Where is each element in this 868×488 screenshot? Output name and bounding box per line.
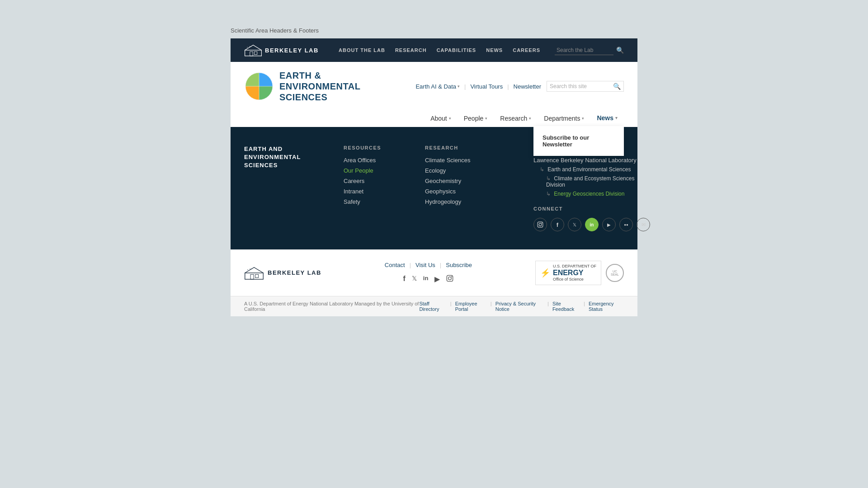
- footer-youtube-icon[interactable]: ▶: [434, 275, 440, 284]
- ees-top-row: EARTH & ENVIRONMENTAL SCIENCES Earth AI …: [244, 70, 624, 103]
- footer-center: Contact | Visit Us | Subscribe f 𝕏 in ▶: [385, 262, 472, 284]
- emergency-status-link[interactable]: Emergency Status: [589, 301, 624, 312]
- ees-nav-about[interactable]: About ▾: [424, 110, 458, 127]
- footer-hydrogeology[interactable]: Hydrogeology: [425, 198, 524, 205]
- top-header: BERKELEY LAB ABOUT THE LAB RESEARCH CAPA…: [231, 38, 637, 62]
- footer-org-connect-col: OUR ORGANIZATION Lawrence Berkeley Natio…: [533, 145, 650, 231]
- footer-social-row: f 𝕏 in ▶: [385, 275, 472, 284]
- ees-search-button[interactable]: 🔍: [613, 83, 621, 90]
- footer-ecology[interactable]: Ecology: [425, 167, 524, 174]
- instagram-icon[interactable]: [533, 218, 547, 231]
- news-dropdown: Subscribe to our Newsletter: [533, 126, 624, 156]
- footer-geochemistry[interactable]: Geochemistry: [425, 178, 524, 184]
- footer-safety[interactable]: Safety: [344, 198, 416, 205]
- connect-section: CONNECT f 𝕏 in ▶ ●● ✉: [533, 206, 650, 231]
- ees-top-links: Earth AI & Data ▾ | Virtual Tours | News…: [415, 81, 624, 92]
- footer-subscribe[interactable]: Subscribe: [446, 262, 472, 268]
- site-feedback-link[interactable]: Site Feedback: [552, 301, 580, 312]
- ees-search-input[interactable]: [550, 83, 613, 89]
- research-title: RESEARCH: [425, 145, 524, 150]
- svg-rect-1: [250, 52, 253, 56]
- footer-instagram-icon[interactable]: [446, 275, 453, 284]
- footer-geophysics[interactable]: Geophysics: [425, 188, 524, 195]
- doe-energy-text: ENERGY: [553, 269, 596, 277]
- ees-header: EARTH & ENVIRONMENTAL SCIENCES Earth AI …: [231, 62, 637, 127]
- footer-linkedin-icon[interactable]: in: [423, 275, 429, 284]
- org-indent-arrow-3: ↳: [546, 191, 551, 197]
- top-nav-careers[interactable]: CAREERS: [513, 47, 540, 53]
- bottom-bar-links: Staff Directory | Employee Portal | Priv…: [419, 301, 624, 312]
- top-nav-capabilities[interactable]: CAPABILITIES: [437, 47, 476, 53]
- top-logo-text: BERKELEY LAB: [265, 47, 319, 54]
- people-chevron: ▾: [485, 116, 487, 121]
- svg-point-11: [542, 223, 542, 224]
- facebook-icon[interactable]: f: [551, 218, 564, 231]
- svg-rect-0: [245, 50, 262, 56]
- youtube-icon[interactable]: ▶: [602, 218, 616, 231]
- top-nav-news[interactable]: NEWS: [486, 47, 503, 53]
- footer-bl-logo-text: BERKELEY LAB: [268, 269, 321, 276]
- footer-visit-us[interactable]: Visit Us: [415, 262, 435, 268]
- bottom-bar: A U.S. Department of Energy National Lab…: [231, 296, 637, 316]
- top-search: 🔍: [555, 46, 624, 55]
- svg-point-19: [451, 276, 452, 277]
- footer-divider-2: |: [440, 262, 441, 268]
- top-search-button[interactable]: 🔍: [616, 47, 624, 54]
- doe-text-line1: U.S. DEPARTMENT OF: [553, 264, 596, 269]
- flickr-icon[interactable]: ●●: [619, 218, 633, 231]
- employee-portal-link[interactable]: Employee Portal: [455, 301, 487, 312]
- ees-nav-news[interactable]: News ▾ Subscribe to our Newsletter: [590, 110, 624, 127]
- newsletter-link[interactable]: Newsletter: [514, 83, 541, 90]
- footer-area-offices[interactable]: Area Offices: [344, 157, 416, 164]
- footer-light-links: Contact | Visit Us | Subscribe: [385, 262, 472, 268]
- page-label: Scientific Area Headers & Footers: [231, 27, 637, 34]
- org-ees[interactable]: ↳ Earth and Environmental Sciences: [540, 166, 650, 173]
- footer-facebook-icon[interactable]: f: [403, 275, 405, 284]
- top-nav-research[interactable]: RESEARCH: [395, 47, 427, 53]
- privacy-notice-link[interactable]: Privacy & Security Notice: [495, 301, 544, 312]
- ees-nav-people[interactable]: People ▾: [458, 110, 494, 127]
- linkedin-icon[interactable]: in: [585, 218, 599, 231]
- top-nav: ABOUT THE LAB RESEARCH CAPABILITIES NEWS…: [339, 46, 624, 55]
- footer-our-people[interactable]: Our People: [344, 167, 416, 174]
- resources-title: RESOURCES: [344, 145, 416, 150]
- email-icon[interactable]: ✉: [637, 218, 650, 231]
- footer-light-inner: BERKELEY LAB Contact | Visit Us | Subscr…: [244, 261, 624, 285]
- svg-rect-12: [245, 273, 263, 279]
- ees-title-block: EARTH & ENVIRONMENTAL SCIENCES: [279, 70, 360, 103]
- research-chevron: ▾: [529, 116, 531, 121]
- top-search-input[interactable]: [555, 46, 613, 55]
- svg-point-10: [539, 223, 542, 226]
- ees-nav-research[interactable]: Research ▾: [494, 110, 538, 127]
- staff-directory-link[interactable]: Staff Directory: [419, 301, 446, 312]
- footer-bl-logo[interactable]: BERKELEY LAB: [244, 266, 321, 280]
- subscribe-newsletter-item[interactable]: Subscribe to our Newsletter: [533, 130, 624, 152]
- footer-climate-sciences[interactable]: Climate Sciences: [425, 157, 524, 164]
- twitter-icon[interactable]: 𝕏: [568, 218, 581, 231]
- ees-nav-departments[interactable]: Departments ▾: [538, 110, 590, 127]
- footer-twitter-icon[interactable]: 𝕏: [412, 275, 417, 284]
- doe-office-text: Office of Science: [553, 277, 596, 282]
- footer-light: BERKELEY LAB Contact | Visit Us | Subscr…: [231, 249, 637, 296]
- footer-divider-1: |: [410, 262, 411, 268]
- footer-contact[interactable]: Contact: [385, 262, 405, 268]
- doe-logo[interactable]: ⚡ U.S. DEPARTMENT OF ENERGY Office of Sc…: [535, 261, 601, 285]
- org-lbnl[interactable]: Lawrence Berkeley National Laboratory: [533, 157, 650, 164]
- departments-chevron: ▾: [582, 116, 584, 121]
- earth-ai-link[interactable]: Earth AI & Data ▾: [415, 83, 460, 90]
- org-cesd[interactable]: ↳ Climate and Ecosystem Sciences Divisio…: [546, 175, 650, 188]
- ees-search-wrapper: 🔍: [547, 81, 624, 92]
- berkeley-lab-logo[interactable]: BERKELEY LAB: [244, 43, 319, 57]
- ees-logo[interactable]: EARTH & ENVIRONMENTAL SCIENCES: [244, 70, 360, 103]
- svg-rect-14: [255, 274, 259, 277]
- footer-research-col: RESEARCH Climate Sciences Ecology Geoche…: [425, 145, 524, 231]
- bottom-bar-text: A U.S. Department of Energy National Lab…: [244, 301, 419, 312]
- footer-careers[interactable]: Careers: [344, 178, 416, 184]
- org-indent-arrow-2: ↳: [546, 175, 551, 182]
- virtual-tours-link[interactable]: Virtual Tours: [470, 83, 503, 90]
- top-nav-about-lab[interactable]: ABOUT THE LAB: [339, 47, 385, 53]
- footer-intranet[interactable]: Intranet: [344, 188, 416, 195]
- footer-logos: ⚡ U.S. DEPARTMENT OF ENERGY Office of Sc…: [535, 261, 624, 285]
- org-egd[interactable]: ↳ Energy Geosciences Division: [546, 191, 650, 197]
- about-chevron: ▾: [449, 116, 451, 121]
